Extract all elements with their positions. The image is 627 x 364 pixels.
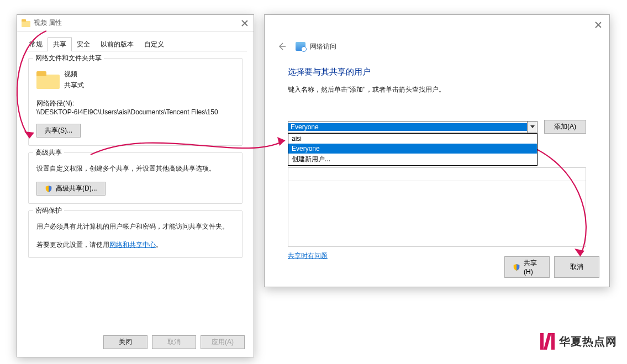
- dialog-buttons: 关闭 取消 应用(A): [103, 335, 245, 349]
- svg-marker-1: [277, 137, 285, 146]
- close-button[interactable]: 关闭: [103, 335, 147, 349]
- dialog-title: 视频 属性: [34, 18, 62, 28]
- tab-security[interactable]: 安全: [71, 37, 96, 51]
- folder-name: 视频: [64, 68, 84, 80]
- back-arrow-icon[interactable]: [277, 41, 287, 51]
- watermark-text: 华夏热点网: [559, 334, 617, 349]
- watermark: 华夏热点网: [540, 333, 617, 350]
- nav-header: 网络访问: [265, 34, 609, 51]
- chevron-down-icon[interactable]: [527, 122, 537, 133]
- pwd-line1: 用户必须具有此计算机的用户帐户和密码，才能访问共享文件夹。: [36, 221, 234, 232]
- cancel-button: 取消: [152, 335, 196, 349]
- svg-marker-0: [24, 131, 34, 138]
- user-combobox[interactable]: Everyone aisi Everyone 创建新用户...: [288, 121, 538, 133]
- add-user-row: Everyone aisi Everyone 创建新用户... 添加(A): [288, 120, 586, 134]
- add-button[interactable]: 添加(A): [544, 120, 586, 134]
- advanced-share-label: 高级共享(D)...: [56, 184, 97, 193]
- network-center-link[interactable]: 网络和共享中心: [109, 241, 156, 249]
- titlebar[interactable]: [265, 15, 609, 34]
- group-password-protection: 密码保护 用户必须具有此计算机的用户帐户和密码，才能访问共享文件夹。 若要更改此…: [28, 210, 243, 257]
- pwd-line2: 若要更改此设置，请使用网络和共享中心。: [36, 240, 234, 250]
- path-value: \\DESKTOP-6I4EI9C\Users\aisi\Documents\T…: [36, 108, 234, 116]
- section-heading: 选择要与其共享的用户: [288, 67, 609, 77]
- path-label: 网络路径(N):: [36, 99, 234, 108]
- tab-previous-versions[interactable]: 以前的版本: [95, 37, 139, 51]
- network-access-icon: [296, 42, 305, 51]
- close-icon[interactable]: [594, 20, 603, 29]
- close-icon[interactable]: [240, 19, 249, 28]
- dropdown-item[interactable]: 创建新用户...: [288, 154, 537, 165]
- section-instruction: 键入名称，然后单击"添加"，或者单击箭头查找用户。: [288, 85, 609, 94]
- group-legend: 密码保护: [33, 206, 64, 215]
- dropdown-item[interactable]: aisi: [288, 134, 537, 144]
- combo-dropdown[interactable]: aisi Everyone 创建新用户...: [288, 133, 538, 166]
- apply-button: 应用(A): [201, 335, 245, 349]
- sharing-problem-link[interactable]: 共享时有问题: [288, 251, 328, 261]
- tab-customize[interactable]: 自定义: [139, 37, 170, 51]
- advanced-share-button[interactable]: 高级共享(D)...: [36, 182, 106, 196]
- combo-selected[interactable]: Everyone: [288, 123, 527, 131]
- shield-icon: [45, 185, 52, 193]
- share-status: 共享式: [64, 80, 84, 91]
- annotation-arrow-2: [88, 130, 293, 169]
- folder-icon: [22, 19, 30, 27]
- nav-title: 网络访问: [310, 42, 336, 51]
- dropdown-item[interactable]: Everyone: [288, 144, 537, 154]
- annotation-arrow-1: [8, 28, 57, 155]
- watermark-logo-icon: [540, 333, 555, 350]
